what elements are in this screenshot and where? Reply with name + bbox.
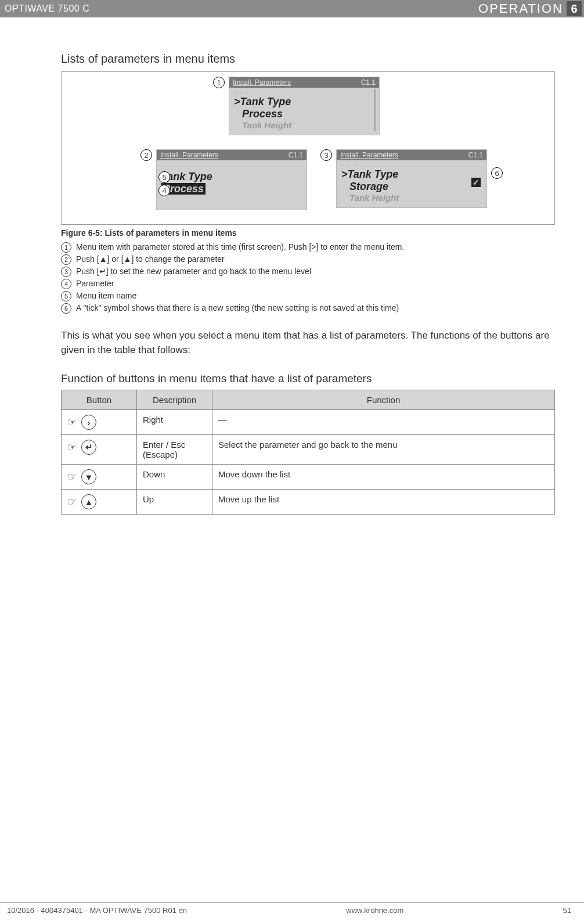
legend-text: Menu item with parameter stored at this … — [76, 242, 404, 251]
panel1-line2: Process — [234, 108, 374, 120]
hand-icon: ☞ — [67, 470, 77, 483]
desc-cell: Enter / Esc (Escape) — [137, 435, 212, 465]
desc-cell: Right — [137, 410, 212, 435]
section-name: OPERATION — [478, 1, 563, 16]
lcd-panel-3: Install. Parameters C1.1 - - - >Tank Typ… — [336, 149, 487, 208]
legend-num: 6 — [61, 303, 71, 314]
body-paragraph: This is what you see when you select a m… — [61, 329, 555, 357]
table-row: ☞↵Enter / Esc (Escape)Select the paramet… — [62, 435, 555, 465]
button-icon: ↵ — [81, 440, 96, 455]
panel1-line1: >Tank Type — [234, 96, 374, 108]
panel2-line2: Process — [161, 183, 302, 195]
desc-cell: Up — [137, 490, 212, 515]
section-label-wrap: OPERATION 6 — [478, 1, 582, 16]
button-cell: ☞▲ — [67, 494, 131, 509]
hand-icon: ☞ — [67, 416, 77, 429]
lcd-panel-2: Install. Parameters C1.1 Tank Type Proce… — [156, 149, 307, 210]
dashes: - - - — [341, 161, 482, 168]
panel2-line1: Tank Type — [161, 171, 302, 183]
panel-code: C1.1 — [361, 78, 376, 87]
func-cell: Move up the list — [212, 490, 555, 515]
button-cell: ☞↵ — [67, 440, 131, 455]
table-row: ☞▼DownMove down the list — [62, 465, 555, 490]
chapter-badge: 6 — [567, 1, 582, 16]
callout-6: 6 — [491, 167, 503, 179]
callout-4: 4 — [158, 185, 170, 196]
callout-2: 2 — [140, 149, 152, 161]
button-icon: › — [81, 415, 96, 430]
legend-text: Menu item name — [76, 291, 136, 300]
legend-num: 1 — [61, 242, 71, 253]
callout-5: 5 — [158, 171, 170, 183]
th-description: Description — [137, 390, 212, 410]
legend-text: Parameter — [76, 279, 114, 288]
section-heading-1: Lists of parameters in menu items — [61, 52, 555, 66]
panel1-line3: Tank Height — [234, 120, 374, 130]
button-icon: ▲ — [81, 494, 96, 509]
table-row: ☞›Right— — [62, 410, 555, 435]
func-cell: — — [212, 410, 555, 435]
table-row: ☞▲UpMove up the list — [62, 490, 555, 515]
function-table: Button Description Function ☞›Right—☞↵En… — [61, 390, 555, 515]
button-cell: ☞› — [67, 415, 131, 430]
panel-code: C1.1 — [468, 151, 483, 159]
panel-title: Install. Parameters — [160, 151, 218, 159]
hand-icon: ☞ — [67, 495, 77, 508]
panel3-line3: Tank Height — [341, 193, 482, 203]
footer-doc-id: 10/2016 - 4004375401 - MA OPTIWAVE 7500 … — [7, 906, 187, 915]
table-title: Function of buttons in menu items that h… — [61, 372, 555, 385]
panel3-line1: >Tank Type — [341, 168, 482, 181]
figure-legend: 1Menu item with parameter stored at this… — [61, 242, 555, 314]
page-header: OPTIWAVE 7500 C OPERATION 6 — [0, 0, 584, 17]
panel-title: Install. Parameters — [340, 151, 398, 159]
legend-text: Push [▲] or [▲] to change the parameter — [76, 254, 225, 264]
panel-title: Install. Parameters — [233, 78, 291, 87]
dashes: - - - — [234, 89, 374, 96]
callout-3: 3 — [320, 149, 332, 161]
panel-code: C1.1 — [289, 151, 303, 159]
footer-url: www.krohne.com — [346, 906, 403, 915]
hand-icon: ☞ — [67, 441, 77, 454]
product-name: OPTIWAVE 7500 C — [5, 3, 89, 14]
legend-text: Push [↵] to set the new parameter and go… — [76, 267, 311, 276]
legend-num: 5 — [61, 291, 71, 301]
th-button: Button — [62, 390, 137, 410]
legend-num: 2 — [61, 254, 71, 265]
page-footer: 10/2016 - 4004375401 - MA OPTIWAVE 7500 … — [0, 902, 584, 915]
button-cell: ☞▼ — [67, 469, 131, 484]
legend-num: 4 — [61, 279, 71, 289]
th-function: Function — [212, 390, 555, 410]
figure-box: Install. Parameters C1.1 - - - >Tank Typ… — [61, 71, 555, 225]
button-icon: ▼ — [81, 469, 96, 484]
legend-text: A "tick" symbol shows that there is a ne… — [76, 303, 399, 312]
func-cell: Move down the list — [212, 465, 555, 490]
legend-num: 3 — [61, 267, 71, 277]
tick-icon: ✓ — [471, 178, 481, 187]
callout-1: 1 — [213, 77, 225, 88]
desc-cell: Down — [137, 465, 212, 490]
func-cell: Select the parameter and go back to the … — [212, 435, 555, 465]
figure-caption: Figure 6-5: Lists of parameters in menu … — [61, 228, 555, 238]
footer-page-number: 51 — [563, 906, 571, 915]
panel3-line2: Storage — [341, 181, 482, 193]
lcd-panel-1: Install. Parameters C1.1 - - - >Tank Typ… — [229, 77, 380, 135]
